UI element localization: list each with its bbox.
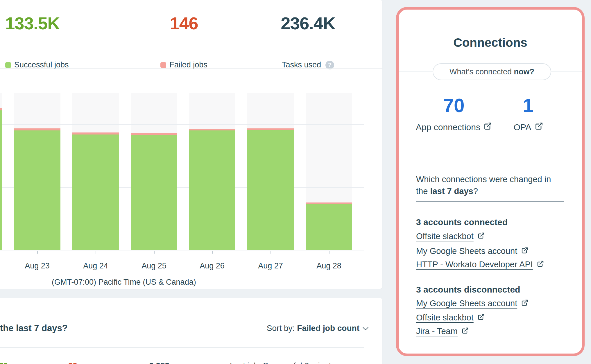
x-axis-label: Aug 27 xyxy=(258,261,283,270)
accounts-connected-heading: 3 accounts connected xyxy=(416,217,508,227)
recipes-list-card: the last 7 days? Sort by: Failed job cou… xyxy=(0,298,382,364)
question-bold: last 7 days xyxy=(430,187,473,196)
connected-link-offsite-slackbot[interactable]: Offsite slackbot xyxy=(416,232,485,241)
app-connections-label: App connections xyxy=(416,122,480,132)
recipe-successful-count: 70 xyxy=(0,361,8,364)
disconnected-link-offsite-slackbot[interactable]: Offsite slackbot xyxy=(416,313,485,322)
app-connections-count: 70 xyxy=(423,95,484,116)
link-label: My Google Sheets account xyxy=(416,246,517,256)
opa-label: OPA xyxy=(513,122,531,132)
x-axis-label: Aug 24 xyxy=(83,261,108,270)
x-axis-tick xyxy=(37,251,38,254)
successful-jobs-segment xyxy=(247,130,294,250)
x-axis-tick xyxy=(154,251,155,254)
link-label: Offsite slackbot xyxy=(416,313,474,322)
x-axis-tick xyxy=(212,251,213,254)
link-label: Jira - Team xyxy=(416,327,458,336)
recipes-divider xyxy=(0,347,364,348)
question-suffix: ? xyxy=(473,187,478,196)
sort-by-value: Failed job count xyxy=(297,324,359,333)
successful-jobs-segment xyxy=(14,130,60,250)
x-axis-label: Aug 25 xyxy=(142,261,166,270)
link-label: HTTP - Workato Developer API xyxy=(416,260,533,269)
opa-stat: 1 OPA xyxy=(499,95,557,132)
x-axis-tick xyxy=(329,251,329,254)
successful-jobs-value: 133.5K xyxy=(5,14,92,33)
pill-text: What’s connected xyxy=(449,67,514,76)
successful-jobs-segment xyxy=(72,135,119,250)
bar-aug-28[interactable] xyxy=(306,202,352,250)
app-connections-link[interactable]: App connections xyxy=(423,122,484,132)
recipe-row-clipped[interactable]: 70 99 2,253 Last job: Successful 6 minut… xyxy=(0,361,364,364)
bar-aug-23[interactable] xyxy=(14,128,60,250)
failed-jobs-legend-swatch xyxy=(160,62,166,68)
x-axis-label: Aug 26 xyxy=(200,261,225,270)
recipe-task-count: 2,253 xyxy=(149,361,169,364)
disconnected-link-jira-team[interactable]: Jira - Team xyxy=(416,327,469,336)
failed-jobs-segment xyxy=(0,108,2,110)
external-link-icon xyxy=(478,232,485,241)
disconnected-link-my-google-sheets-account[interactable]: My Google Sheets account xyxy=(416,299,528,308)
sort-by-dropdown[interactable]: Sort by: Failed job count xyxy=(267,324,368,333)
stat-successful-jobs: 133.5KSuccessful jobs xyxy=(5,14,92,33)
successful-jobs-segment xyxy=(306,204,352,250)
successful-jobs-segment xyxy=(131,135,177,250)
x-axis-label: Aug 28 xyxy=(316,261,341,270)
connections-question: Which connections were changed in the la… xyxy=(416,173,565,197)
accounts-disconnected-heading: 3 accounts disconnected xyxy=(416,285,520,295)
sort-by-label: Sort by: xyxy=(267,324,295,333)
pill-text-bold: now? xyxy=(514,67,534,76)
opa-count: 1 xyxy=(499,95,557,116)
external-link-icon xyxy=(535,122,543,132)
link-label: Offsite slackbot xyxy=(416,232,474,241)
bar-aug-25[interactable] xyxy=(131,133,177,250)
connections-card: Connections What’s connected now? 70 App… xyxy=(396,7,585,356)
successful-jobs-segment xyxy=(189,130,235,250)
stat-tasks-used: 236.4KTasks used? xyxy=(270,14,346,33)
chart-gridline xyxy=(0,124,364,125)
external-link-icon xyxy=(462,327,469,336)
x-axis-tick xyxy=(96,251,96,254)
question-underline-rule xyxy=(416,201,564,202)
successful-jobs-legend-swatch xyxy=(5,62,11,68)
opa-link[interactable]: OPA xyxy=(499,122,557,132)
bar-aug-26[interactable] xyxy=(189,129,235,250)
chevron-down-icon xyxy=(363,324,368,330)
link-label: My Google Sheets account xyxy=(416,299,517,308)
jobs-summary-card: 133.5KSuccessful jobs146Failed jobs236.4… xyxy=(0,0,382,289)
successful-jobs-segment xyxy=(0,110,2,250)
dashboard-page: 133.5KSuccessful jobs146Failed jobs236.4… xyxy=(0,0,591,364)
recipe-failed-count: 99 xyxy=(68,361,77,364)
stats-chart-divider xyxy=(0,68,382,69)
external-link-icon xyxy=(521,299,528,308)
external-link-icon xyxy=(484,122,492,132)
failed-jobs-segment xyxy=(14,128,60,130)
bar-aug-27[interactable] xyxy=(247,128,294,250)
bar-aug-22[interactable] xyxy=(0,108,2,250)
recipe-last-job-status: Last job: Successful 6 minutes xyxy=(230,361,340,364)
stat-failed-jobs: 146Failed jobs xyxy=(146,14,222,33)
bar-aug-24[interactable] xyxy=(72,132,119,250)
external-link-icon xyxy=(537,260,544,269)
app-connections-stat: 70 App connections xyxy=(423,95,484,132)
x-axis-tick xyxy=(271,251,271,254)
x-axis-label: Aug 23 xyxy=(25,261,50,270)
tasks-used-value: 236.4K xyxy=(270,14,346,33)
recipes-heading-fragment: the last 7 days? xyxy=(0,323,68,333)
chart-timezone-label: (GMT-07:00) Pacific Time (US & Canada) xyxy=(52,278,196,287)
external-link-icon xyxy=(521,246,528,256)
external-link-icon xyxy=(478,313,485,322)
chart-gridline xyxy=(0,93,364,93)
failed-jobs-value: 146 xyxy=(146,14,222,33)
connections-section-divider xyxy=(399,154,582,154)
connected-link-http-workato-developer-api[interactable]: HTTP - Workato Developer API xyxy=(416,260,544,269)
jobs-bar-chart xyxy=(0,93,364,250)
connected-link-my-google-sheets-account[interactable]: My Google Sheets account xyxy=(416,246,528,256)
failed-jobs-segment xyxy=(72,132,119,135)
failed-jobs-segment xyxy=(131,133,177,135)
whats-connected-now-button[interactable]: What’s connected now? xyxy=(433,63,551,80)
connections-title: Connections xyxy=(399,36,582,50)
